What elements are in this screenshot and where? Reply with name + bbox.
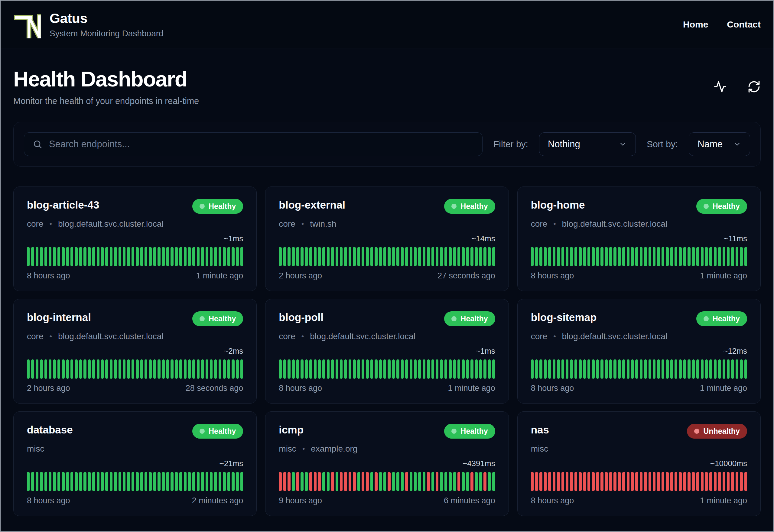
status-bar[interactable] bbox=[158, 359, 160, 379]
status-bar[interactable] bbox=[579, 472, 581, 491]
status-bar[interactable] bbox=[283, 472, 286, 491]
status-bar[interactable] bbox=[219, 247, 221, 266]
status-bar[interactable] bbox=[714, 472, 717, 491]
status-bar[interactable] bbox=[462, 472, 464, 491]
status-bar[interactable] bbox=[214, 472, 217, 491]
status-bar[interactable] bbox=[344, 359, 347, 379]
status-bar[interactable] bbox=[331, 247, 334, 266]
status-bar[interactable] bbox=[418, 359, 421, 379]
status-bar[interactable] bbox=[210, 247, 213, 266]
status-bar[interactable] bbox=[127, 472, 130, 491]
status-bar[interactable] bbox=[301, 247, 303, 266]
status-bar[interactable] bbox=[314, 359, 317, 379]
status-bar[interactable] bbox=[79, 247, 82, 266]
status-bar[interactable] bbox=[401, 472, 404, 491]
endpoint-card[interactable]: blog-poll Healthy core • blog.default.sv… bbox=[265, 299, 509, 404]
status-bar[interactable] bbox=[375, 247, 377, 266]
status-bar[interactable] bbox=[431, 359, 434, 379]
status-bar[interactable] bbox=[483, 472, 486, 491]
status-bar[interactable] bbox=[192, 247, 195, 266]
status-bar[interactable] bbox=[622, 359, 625, 379]
status-bar[interactable] bbox=[236, 247, 239, 266]
status-bar[interactable] bbox=[744, 247, 747, 266]
status-bar[interactable] bbox=[740, 472, 743, 491]
status-bar[interactable] bbox=[27, 247, 30, 266]
status-bar[interactable] bbox=[640, 472, 642, 491]
status-bar[interactable] bbox=[383, 359, 386, 379]
status-bar[interactable] bbox=[336, 359, 338, 379]
status-bar[interactable] bbox=[696, 359, 699, 379]
status-bar[interactable] bbox=[587, 247, 590, 266]
status-bar[interactable] bbox=[740, 359, 743, 379]
status-bar[interactable] bbox=[305, 472, 308, 491]
status-bar[interactable] bbox=[353, 359, 356, 379]
status-bar[interactable] bbox=[457, 247, 460, 266]
status-bar[interactable] bbox=[349, 472, 351, 491]
status-bar[interactable] bbox=[223, 472, 226, 491]
status-bar[interactable] bbox=[140, 247, 143, 266]
status-bar[interactable] bbox=[449, 359, 451, 379]
status-bar[interactable] bbox=[479, 359, 482, 379]
status-bar[interactable] bbox=[175, 247, 178, 266]
status-bar[interactable] bbox=[192, 359, 195, 379]
status-bar[interactable] bbox=[184, 359, 187, 379]
status-bar[interactable] bbox=[492, 247, 495, 266]
status-bar[interactable] bbox=[436, 247, 438, 266]
status-bar[interactable] bbox=[666, 247, 668, 266]
status-bar[interactable] bbox=[201, 472, 204, 491]
status-bar[interactable] bbox=[570, 359, 573, 379]
status-bar[interactable] bbox=[227, 247, 230, 266]
status-bar[interactable] bbox=[701, 247, 704, 266]
status-bar[interactable] bbox=[283, 359, 286, 379]
status-bar[interactable] bbox=[327, 472, 330, 491]
status-bar[interactable] bbox=[127, 247, 130, 266]
status-bar[interactable] bbox=[692, 472, 695, 491]
status-bar[interactable] bbox=[36, 247, 38, 266]
status-bar[interactable] bbox=[618, 472, 621, 491]
status-bar[interactable] bbox=[566, 472, 568, 491]
status-bar[interactable] bbox=[305, 247, 308, 266]
status-bar[interactable] bbox=[219, 359, 221, 379]
status-bar[interactable] bbox=[188, 472, 191, 491]
status-bar[interactable] bbox=[88, 359, 91, 379]
endpoint-card[interactable]: blog-sitemap Healthy core • blog.default… bbox=[517, 299, 761, 404]
status-bar[interactable] bbox=[553, 247, 555, 266]
status-bar[interactable] bbox=[353, 472, 356, 491]
status-bar[interactable] bbox=[488, 472, 491, 491]
status-bar[interactable] bbox=[683, 472, 686, 491]
status-bar[interactable] bbox=[140, 472, 143, 491]
status-bar[interactable] bbox=[596, 359, 599, 379]
status-bar[interactable] bbox=[670, 359, 673, 379]
status-bar[interactable] bbox=[175, 359, 178, 379]
endpoint-card[interactable]: icmp Healthy misc • example.org ~4391ms … bbox=[265, 411, 509, 516]
status-bar[interactable] bbox=[492, 359, 495, 379]
status-bar[interactable] bbox=[70, 472, 73, 491]
status-bar[interactable] bbox=[314, 472, 317, 491]
activity-pulse-icon[interactable] bbox=[714, 80, 727, 93]
status-bar[interactable] bbox=[179, 247, 182, 266]
status-bar[interactable] bbox=[214, 247, 217, 266]
status-bar[interactable] bbox=[531, 247, 534, 266]
status-bar[interactable] bbox=[640, 247, 642, 266]
status-bar[interactable] bbox=[166, 359, 169, 379]
status-bar[interactable] bbox=[574, 472, 577, 491]
status-bar[interactable] bbox=[705, 359, 708, 379]
status-bar[interactable] bbox=[470, 472, 473, 491]
status-bar[interactable] bbox=[340, 359, 343, 379]
endpoint-card[interactable]: nas Unhealthy misc ~10000ms 8 hours ago … bbox=[517, 411, 761, 516]
status-bar[interactable] bbox=[288, 472, 290, 491]
status-bar[interactable] bbox=[692, 247, 695, 266]
status-bar[interactable] bbox=[136, 359, 138, 379]
status-bar[interactable] bbox=[370, 247, 373, 266]
status-bar[interactable] bbox=[40, 472, 43, 491]
status-bar[interactable] bbox=[336, 472, 338, 491]
status-bar[interactable] bbox=[49, 247, 51, 266]
status-bar[interactable] bbox=[166, 247, 169, 266]
status-bar[interactable] bbox=[110, 247, 112, 266]
status-bar[interactable] bbox=[705, 472, 708, 491]
status-bar[interactable] bbox=[688, 359, 690, 379]
status-bar[interactable] bbox=[731, 359, 734, 379]
status-bar[interactable] bbox=[279, 472, 281, 491]
status-bar[interactable] bbox=[105, 472, 108, 491]
status-bar[interactable] bbox=[44, 247, 47, 266]
